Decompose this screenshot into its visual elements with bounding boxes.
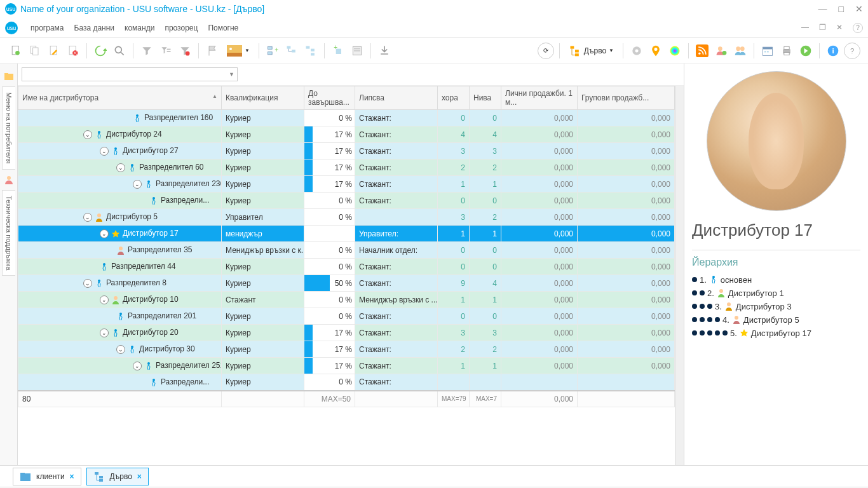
download-button[interactable] bbox=[376, 43, 393, 59]
table-row[interactable]: ⌄Разпределител 236 Куриер 17 % Стажант:1… bbox=[18, 176, 675, 193]
tree-mode-dropdown[interactable]: Дърво▼ bbox=[565, 43, 618, 58]
table-row[interactable]: ⌄Дистрибутор 24 Куриер 17 % Стажант:44 0… bbox=[18, 126, 675, 143]
edit-doc-button[interactable] bbox=[46, 43, 62, 59]
expand-icon[interactable]: ⌄ bbox=[116, 163, 125, 172]
new-doc-button[interactable] bbox=[8, 43, 24, 59]
data-grid[interactable]: Име на дистрибутора Квалификация До завъ… bbox=[18, 86, 675, 465]
expand-icon[interactable]: ⌄ bbox=[116, 345, 125, 354]
table-row[interactable]: Разпредели... Куриер 0 % Стажант: bbox=[18, 374, 675, 391]
person-icon bbox=[717, 288, 726, 297]
menu-window[interactable]: прозорец bbox=[165, 24, 198, 32]
info-button[interactable]: i bbox=[825, 43, 841, 59]
col-name[interactable]: Име на дистрибутора bbox=[18, 86, 222, 110]
table-row[interactable]: Разпределител 201 Куриер 0 % Стажант:00 … bbox=[18, 308, 675, 325]
tree-view1-button[interactable] bbox=[283, 43, 300, 59]
table-row[interactable]: ⌄Дистрибутор 10 Стажант 0 % Мениджър връ… bbox=[18, 292, 675, 308]
filter-button[interactable] bbox=[139, 43, 155, 59]
expand-icon[interactable]: ⌄ bbox=[133, 362, 142, 370]
table-row[interactable]: Разпредели... Куриер 0 % Стажант:00 0,00… bbox=[18, 193, 675, 209]
location-button[interactable] bbox=[648, 43, 664, 59]
maximize-icon[interactable]: □ bbox=[839, 4, 844, 14]
sidebar-tab-user-menu[interactable]: Меню на потребителя bbox=[2, 86, 15, 170]
clock-icon[interactable]: ⟳ bbox=[538, 43, 554, 59]
menu-help[interactable]: Помогне bbox=[208, 24, 238, 32]
table-row[interactable]: ⌄Дистрибутор 27 Куриер 17 % Стажант:33 0… bbox=[18, 143, 675, 159]
filter-list-button[interactable] bbox=[158, 43, 174, 59]
svg-rect-28 bbox=[575, 50, 579, 52]
flag-button[interactable] bbox=[204, 43, 220, 59]
expand-icon[interactable]: ⌄ bbox=[100, 147, 109, 156]
table-row[interactable]: ⌄Дистрибутор 17 мениджър 0 % Управител:1… bbox=[18, 226, 675, 242]
vertical-scrollbar[interactable] bbox=[675, 86, 684, 465]
col-people[interactable]: хора bbox=[438, 86, 470, 110]
help-button[interactable]: ? bbox=[844, 43, 860, 59]
svg-point-13 bbox=[229, 48, 232, 50]
expand-icon[interactable]: ⌄ bbox=[133, 180, 142, 189]
refresh-button[interactable] bbox=[92, 43, 109, 59]
gear-button[interactable] bbox=[628, 43, 645, 59]
table-row[interactable]: ⌄Разпределител 8 Куриер 50 % Стажант:94 … bbox=[18, 275, 675, 292]
table-row[interactable]: Разпределител 160 Куриер 0 % Стажант:00 … bbox=[18, 110, 675, 126]
hierarchy-item[interactable]: 1. основен bbox=[692, 273, 860, 287]
tree-expand-button[interactable]: + bbox=[264, 43, 281, 59]
folder-icon[interactable] bbox=[4, 71, 14, 81]
expand-icon[interactable]: ⌄ bbox=[83, 213, 92, 222]
print-button[interactable] bbox=[778, 43, 795, 59]
table-row[interactable]: ⌄Разпределител 60 Куриер 17 % Стажант:22… bbox=[18, 159, 675, 176]
table-row[interactable]: Разпределител 44 Куриер 0 % Стажант:00 0… bbox=[18, 259, 675, 275]
table-row[interactable]: ⌄Разпределител 251 Куриер 17 % Стажант:1… bbox=[18, 358, 675, 374]
expand-icon[interactable]: ⌄ bbox=[100, 295, 109, 304]
col-personal[interactable]: Лични продажби. 1 м... bbox=[501, 86, 578, 110]
add-node-button[interactable]: + bbox=[330, 43, 346, 59]
sidebar-tab-support[interactable]: Техническа поддръжка bbox=[2, 190, 15, 276]
mdi-restore-icon[interactable]: ❐ bbox=[819, 23, 826, 33]
expand-icon[interactable]: ⌄ bbox=[83, 130, 92, 139]
mdi-close-icon[interactable]: ✕ bbox=[836, 23, 843, 33]
user-edit-button[interactable] bbox=[713, 43, 729, 59]
close-icon[interactable]: ✕ bbox=[855, 4, 863, 14]
menu-program[interactable]: програма bbox=[31, 24, 64, 32]
tree-view2-button[interactable] bbox=[302, 43, 319, 59]
filter-clear-button[interactable] bbox=[177, 43, 193, 59]
delete-doc-button[interactable] bbox=[65, 43, 81, 59]
users-button[interactable] bbox=[732, 43, 749, 59]
color-button[interactable] bbox=[667, 43, 683, 59]
tab-close-icon[interactable]: × bbox=[70, 472, 74, 481]
hierarchy-item[interactable]: 5. Дистрибутор 17 bbox=[692, 327, 860, 340]
table-row[interactable]: ⌄Дистрибутор 20 Куриер 17 % Стажант:33 0… bbox=[18, 325, 675, 341]
hierarchy-item[interactable]: 3. Дистрибутор 3 bbox=[692, 300, 860, 313]
menu-commands[interactable]: команди bbox=[125, 24, 154, 32]
expand-icon[interactable]: ⌄ bbox=[83, 279, 92, 288]
mdi-minimize-icon[interactable]: — bbox=[801, 23, 809, 33]
go-button[interactable] bbox=[797, 43, 814, 59]
col-missing[interactable]: Липсва bbox=[355, 86, 438, 110]
col-complete[interactable]: До завършва... bbox=[304, 86, 355, 110]
col-qual[interactable]: Квалификация bbox=[222, 86, 304, 110]
tab-tree[interactable]: Дърво × bbox=[86, 468, 149, 485]
minimize-icon[interactable]: — bbox=[818, 4, 827, 14]
tab-clients[interactable]: клиенти × bbox=[13, 468, 81, 485]
menu-database[interactable]: База данни bbox=[74, 24, 115, 32]
hierarchy-item[interactable]: 2. Дистрибутор 1 bbox=[692, 287, 860, 300]
mdi-help-icon[interactable]: ? bbox=[853, 23, 863, 33]
table-row[interactable]: ⌄Дистрибутор 5 Управител 0 % 32 0,0000,0… bbox=[18, 209, 675, 226]
filter-combo[interactable]: ▼ bbox=[22, 67, 238, 81]
col-levels[interactable]: Нива bbox=[470, 86, 501, 110]
rss-button[interactable] bbox=[694, 43, 710, 59]
search-button[interactable] bbox=[111, 43, 128, 59]
user-sidebar-icon[interactable] bbox=[4, 175, 14, 185]
svg-rect-18 bbox=[292, 50, 295, 52]
table-row[interactable]: ⌄Дистрибутор 30 Куриер 17 % Стажант:22 0… bbox=[18, 341, 675, 358]
expand-icon[interactable]: ⌄ bbox=[100, 229, 109, 238]
tab-close-icon[interactable]: × bbox=[137, 472, 142, 481]
copy-doc-button[interactable] bbox=[27, 43, 43, 59]
calendar-button[interactable] bbox=[759, 43, 776, 59]
form-button[interactable] bbox=[349, 43, 365, 59]
col-group[interactable]: Групови продажб... bbox=[578, 86, 675, 110]
hierarchy-item[interactable]: 4. Дистрибутор 5 bbox=[692, 313, 860, 327]
table-row[interactable]: Разпределител 35 Мениджър връзки с к... … bbox=[18, 242, 675, 259]
svg-point-1 bbox=[15, 51, 20, 55]
svg-point-10 bbox=[186, 51, 190, 55]
expand-icon[interactable]: ⌄ bbox=[100, 329, 109, 337]
image-dropdown[interactable]: ▼ bbox=[223, 44, 254, 58]
